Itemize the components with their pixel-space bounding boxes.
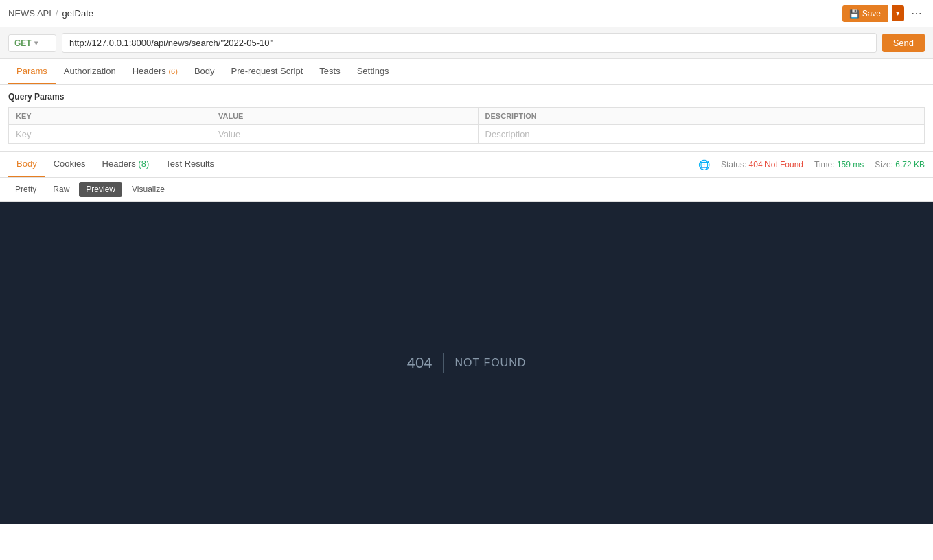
tab-headers[interactable]: Headers (6) — [124, 59, 186, 84]
more-options-button[interactable]: ⋯ — [908, 4, 925, 23]
top-bar-actions: 💾 Save ▾ ⋯ — [842, 4, 925, 23]
size-label: Size: 6.72 KB — [875, 160, 925, 170]
value-input-cell[interactable]: Value — [211, 125, 478, 144]
time-value: 159 ms — [837, 160, 864, 170]
view-tab-pretty[interactable]: Pretty — [8, 182, 43, 197]
breadcrumb-separator: / — [56, 8, 58, 19]
params-table: KEY VALUE DESCRIPTION Key Value Descript… — [8, 107, 925, 144]
endpoint-name: getDate — [62, 8, 93, 19]
key-input-cell[interactable]: Key — [9, 125, 211, 144]
status-value: 404 Not Found — [749, 160, 803, 170]
description-input-cell[interactable]: Description — [478, 125, 924, 144]
error-code: 404 — [407, 354, 433, 372]
response-tabs: Body Cookies Headers (8) Test Results — [8, 152, 222, 177]
send-button[interactable]: Send — [882, 34, 925, 52]
description-column-header: DESCRIPTION — [478, 108, 924, 125]
tab-params[interactable]: Params — [8, 59, 56, 84]
view-tab-visualize[interactable]: Visualize — [125, 182, 172, 197]
tab-settings[interactable]: Settings — [349, 59, 398, 84]
resp-tab-headers[interactable]: Headers (8) — [94, 152, 158, 177]
response-meta: 🌐 Status: 404 Not Found Time: 159 ms Siz… — [698, 159, 925, 170]
error-message: NOT FOUND — [454, 357, 526, 369]
save-button[interactable]: 💾 Save — [842, 5, 888, 22]
tab-pre-request-script[interactable]: Pre-request Script — [223, 59, 312, 84]
url-input[interactable] — [62, 33, 877, 53]
resp-tab-body[interactable]: Body — [8, 152, 45, 177]
preview-area: 404 NOT FOUND — [0, 202, 933, 524]
view-tab-raw[interactable]: Raw — [46, 182, 76, 197]
view-tab-preview[interactable]: Preview — [79, 182, 122, 197]
resp-tab-test-results[interactable]: Test Results — [157, 152, 222, 177]
response-section: Body Cookies Headers (8) Test Results 🌐 … — [0, 151, 933, 524]
key-column-header: KEY — [9, 108, 211, 125]
breadcrumb: NEWS API / getDate — [8, 8, 93, 19]
method-selector[interactable]: GET ▾ — [8, 34, 56, 52]
response-tabs-bar: Body Cookies Headers (8) Test Results 🌐 … — [0, 152, 933, 178]
tab-body[interactable]: Body — [186, 59, 223, 84]
url-bar: GET ▾ Send — [0, 27, 933, 59]
time-label: Time: 159 ms — [814, 160, 864, 170]
resp-tab-cookies[interactable]: Cookies — [45, 152, 94, 177]
size-value: 6.72 KB — [895, 160, 925, 170]
status-label: Status: 404 Not Found — [721, 160, 803, 170]
method-label: GET — [14, 38, 32, 48]
save-icon: 💾 — [849, 9, 860, 19]
method-chevron-icon: ▾ — [34, 39, 38, 47]
error-divider — [443, 353, 444, 373]
tab-tests[interactable]: Tests — [311, 59, 348, 84]
tab-authorization[interactable]: Authorization — [56, 59, 124, 84]
value-column-header: VALUE — [211, 108, 478, 125]
query-params-section: Query Params KEY VALUE DESCRIPTION Key V… — [0, 85, 933, 144]
top-bar: NEWS API / getDate 💾 Save ▾ ⋯ — [0, 0, 933, 27]
globe-icon: 🌐 — [698, 159, 710, 170]
request-tabs: Params Authorization Headers (6) Body Pr… — [0, 59, 933, 85]
table-row: Key Value Description — [9, 125, 925, 144]
api-name: NEWS API — [8, 8, 51, 19]
query-params-title: Query Params — [8, 92, 925, 102]
save-dropdown-button[interactable]: ▾ — [892, 5, 904, 21]
view-tabs-bar: Pretty Raw Preview Visualize — [0, 178, 933, 202]
not-found-container: 404 NOT FOUND — [407, 353, 527, 373]
